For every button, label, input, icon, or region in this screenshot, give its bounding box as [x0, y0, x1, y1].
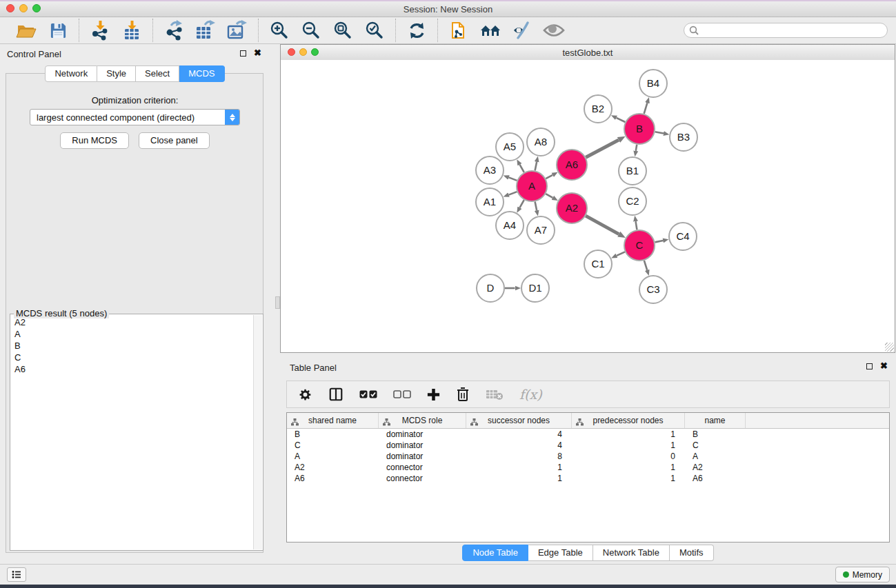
- graph-edge[interactable]: [586, 216, 619, 234]
- result-scrollbar[interactable]: [253, 315, 262, 549]
- tab-mcds[interactable]: MCDS: [179, 65, 224, 82]
- table-row[interactable]: Adominator80A: [287, 451, 889, 462]
- table-row[interactable]: Bdominator41B: [287, 429, 889, 440]
- tab-network[interactable]: Network: [45, 65, 97, 82]
- result-item[interactable]: A6: [11, 364, 253, 376]
- table-cell[interactable]: 4: [466, 429, 572, 440]
- graph-edge[interactable]: [636, 221, 637, 230]
- table-cell[interactable]: 0: [572, 451, 685, 462]
- mcds-result-list[interactable]: A2ABCA6: [11, 317, 253, 549]
- result-item[interactable]: C: [11, 352, 253, 364]
- graph-edge[interactable]: [509, 177, 517, 180]
- graph-edge[interactable]: [644, 261, 647, 270]
- show-column-icon[interactable]: [328, 387, 344, 402]
- table-cell[interactable]: A: [287, 451, 379, 462]
- document-network-icon[interactable]: [447, 19, 470, 41]
- table-row[interactable]: A6connector11A6: [287, 473, 889, 484]
- zoom-in-icon[interactable]: [268, 19, 291, 41]
- result-item[interactable]: A2: [11, 317, 253, 329]
- column-header-successor-nodes[interactable]: successor nodes: [466, 413, 572, 428]
- table-cell[interactable]: 8: [466, 451, 572, 462]
- export-image-icon[interactable]: [226, 19, 249, 41]
- table-cell[interactable]: B: [685, 429, 746, 440]
- table-cell[interactable]: 4: [466, 440, 572, 451]
- table-cell[interactable]: dominator: [379, 451, 466, 462]
- float-panel-icon[interactable]: [240, 50, 246, 57]
- graph-edge[interactable]: [519, 165, 524, 172]
- open-folder-icon[interactable]: [14, 19, 38, 41]
- home-houses-icon[interactable]: [479, 19, 502, 41]
- table-cell[interactable]: connector: [379, 473, 466, 484]
- import-network-icon[interactable]: [88, 19, 112, 41]
- table-cell[interactable]: 1: [466, 462, 572, 473]
- table-cell[interactable]: connector: [379, 462, 466, 473]
- column-header-name[interactable]: name: [685, 413, 746, 428]
- graph-edge[interactable]: [519, 200, 524, 207]
- float-table-panel-icon[interactable]: [866, 363, 873, 369]
- save-icon[interactable]: [46, 19, 70, 41]
- show-eye-icon[interactable]: [542, 19, 566, 41]
- splitter-handle[interactable]: [275, 296, 280, 309]
- table-row[interactable]: A2connector11A2: [287, 462, 889, 473]
- graph-edge[interactable]: [535, 202, 537, 211]
- graph-edge[interactable]: [546, 194, 552, 198]
- zoom-selected-icon[interactable]: [363, 19, 386, 41]
- table-row[interactable]: Cdominator41C: [287, 440, 889, 451]
- tab-node-table[interactable]: Node Table: [462, 545, 528, 561]
- table-cell[interactable]: 1: [572, 473, 685, 484]
- graph-edge[interactable]: [509, 192, 517, 194]
- table-cell[interactable]: C: [287, 440, 379, 451]
- add-column-plus-icon[interactable]: [427, 388, 440, 401]
- tab-select[interactable]: Select: [136, 65, 179, 82]
- table-cell[interactable]: 1: [466, 473, 572, 484]
- tab-style[interactable]: Style: [97, 65, 136, 82]
- table-cell[interactable]: A2: [685, 462, 746, 473]
- column-header-predecessor-nodes[interactable]: predecessor nodes: [572, 413, 685, 428]
- table-cell[interactable]: 1: [572, 462, 685, 473]
- table-cell[interactable]: A6: [685, 473, 746, 484]
- table-options-gear-icon[interactable]: [298, 387, 312, 402]
- graph-edge[interactable]: [636, 145, 637, 151]
- graph-edge[interactable]: [586, 140, 619, 157]
- table-cell[interactable]: A: [685, 451, 746, 462]
- graph-edge[interactable]: [617, 118, 626, 122]
- search-input[interactable]: [684, 23, 888, 38]
- zoom-out-icon[interactable]: [299, 19, 323, 41]
- refresh-icon[interactable]: [405, 19, 428, 41]
- export-table-icon[interactable]: [194, 19, 217, 41]
- table-cell[interactable]: dominator: [379, 440, 466, 451]
- resize-grip[interactable]: [885, 343, 894, 352]
- network-window-titlebar[interactable]: testGlobe.txt: [281, 45, 895, 61]
- close-table-panel-icon[interactable]: ✖: [880, 363, 888, 369]
- table-cell[interactable]: 1: [572, 440, 685, 451]
- close-panel-button[interactable]: Close panel: [139, 132, 210, 149]
- table-cell[interactable]: A6: [287, 473, 379, 484]
- deselect-all-unchecked-icon[interactable]: [393, 390, 411, 399]
- result-item[interactable]: B: [11, 341, 253, 352]
- graph-edge[interactable]: [655, 241, 664, 242]
- table-cell[interactable]: dominator: [379, 429, 466, 440]
- run-mcds-button[interactable]: Run MCDS: [60, 132, 129, 149]
- export-network-icon[interactable]: [162, 19, 186, 41]
- graph-edge[interactable]: [535, 162, 537, 171]
- table-cell[interactable]: 1: [572, 429, 685, 440]
- graph-edge[interactable]: [644, 103, 648, 114]
- close-panel-icon[interactable]: ✖: [254, 50, 261, 57]
- import-table-icon[interactable]: [120, 19, 143, 41]
- graph-edge[interactable]: [546, 175, 552, 179]
- column-header-shared-name[interactable]: shared name: [287, 413, 379, 428]
- tab-edge-table[interactable]: Edge Table: [528, 545, 593, 561]
- tab-motifs[interactable]: Motifs: [670, 545, 714, 561]
- select-all-checked-icon[interactable]: [359, 390, 377, 399]
- result-item[interactable]: A: [11, 329, 253, 341]
- task-history-list-icon[interactable]: [7, 567, 26, 582]
- memory-button[interactable]: Memory: [835, 567, 890, 582]
- table-cell[interactable]: B: [287, 429, 379, 440]
- table-cell[interactable]: A2: [287, 462, 379, 473]
- network-canvas[interactable]: B4B2BB3A5A8A6A3B1AA1C2A2A4A7C4CC1DD1C3: [281, 60, 895, 352]
- tab-network-table[interactable]: Network Table: [593, 545, 670, 561]
- column-header-mcds-role[interactable]: MCDS role: [379, 413, 466, 428]
- graph-edge[interactable]: [617, 252, 625, 255]
- delete-column-trash-icon[interactable]: [456, 387, 470, 402]
- zoom-fit-icon[interactable]: [331, 19, 355, 41]
